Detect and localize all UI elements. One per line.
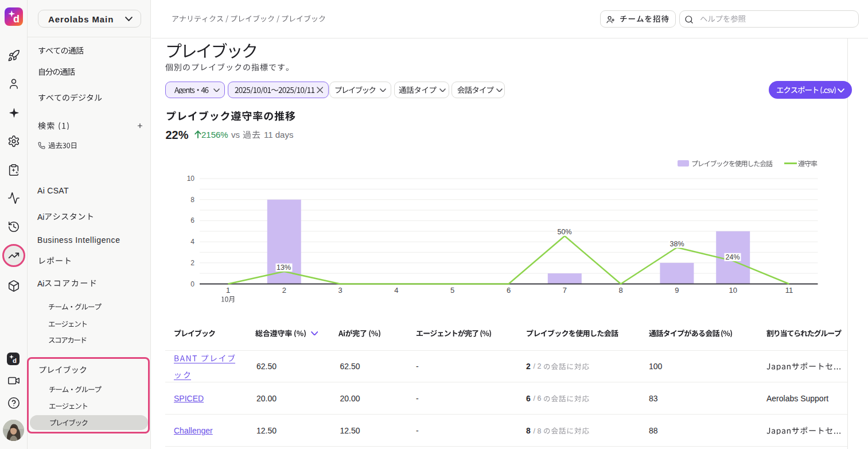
svg-text:9: 9	[675, 286, 679, 295]
svg-text:11: 11	[785, 286, 793, 295]
svg-text:0: 0	[190, 280, 194, 288]
svg-text:4: 4	[394, 286, 398, 295]
svg-text:2: 2	[282, 286, 286, 295]
svg-text:8: 8	[618, 286, 622, 295]
svg-text:6: 6	[190, 216, 194, 225]
svg-text:3: 3	[338, 286, 342, 295]
svg-text:4: 4	[190, 238, 194, 246]
svg-text:6: 6	[507, 286, 511, 295]
svg-text:10: 10	[187, 175, 195, 183]
svg-text:2: 2	[190, 259, 194, 267]
svg-text:5: 5	[450, 286, 454, 295]
svg-text:1: 1	[226, 286, 230, 295]
svg-text:8: 8	[190, 196, 194, 204]
svg-text:7: 7	[563, 286, 567, 295]
svg-text:10: 10	[729, 286, 737, 295]
